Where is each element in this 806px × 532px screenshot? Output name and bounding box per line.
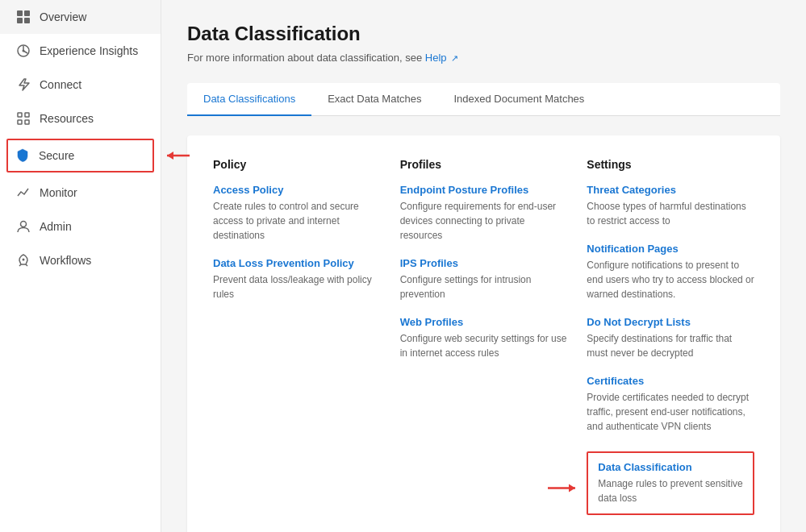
sidebar-item-admin[interactable]: Admin (0, 210, 161, 243)
data-classification-link[interactable]: Data Classification (598, 461, 743, 473)
svg-rect-8 (18, 113, 22, 117)
sidebar-item-label: Secure (39, 149, 74, 162)
web-profiles-link[interactable]: Web Profiles (400, 316, 568, 328)
endpoint-posture-desc: Configure requirements for end-user devi… (400, 199, 568, 243)
data-classification-desc: Manage rules to prevent sensitive data l… (598, 476, 743, 505)
svg-point-7 (23, 50, 25, 52)
notification-pages-desc: Configure notifications to present to en… (587, 258, 754, 301)
grid-icon (15, 9, 31, 25)
sidebar-item-experience-insights[interactable]: Experience Insights (0, 34, 161, 68)
svg-rect-9 (18, 120, 22, 124)
do-not-decrypt-desc: Specify destinations for traffic that mu… (587, 331, 754, 360)
endpoint-posture-item: Endpoint Posture Profiles Configure requ… (400, 184, 568, 243)
web-profiles-desc: Configure web security settings for use … (400, 331, 568, 360)
sidebar-item-connect[interactable]: Connect (0, 68, 161, 102)
sidebar-item-label: Experience Insights (40, 44, 138, 57)
sidebar-item-resources[interactable]: Resources (0, 102, 161, 135)
external-link-icon: ↗ (451, 53, 458, 64)
ips-profiles-link[interactable]: IPS Profiles (400, 257, 568, 269)
tab-exact-data-matches[interactable]: Exact Data Matches (311, 83, 437, 116)
svg-point-14 (21, 222, 27, 227)
access-policy-link[interactable]: Access Policy (213, 184, 381, 196)
do-not-decrypt-link[interactable]: Do Not Decrypt Lists (587, 316, 754, 328)
sidebar-item-label: Overview (40, 10, 86, 23)
tab-data-classifications[interactable]: Data Classifications (187, 83, 311, 116)
svg-rect-2 (17, 18, 23, 23)
help-link[interactable]: Help ↗ (425, 52, 458, 64)
threat-categories-link[interactable]: Threat Categories (587, 184, 754, 196)
certificates-desc: Provide certificates needed to decrypt t… (587, 390, 754, 434)
svg-marker-17 (569, 484, 575, 492)
settings-column: Settings Threat Categories Choose types … (587, 158, 754, 530)
svg-point-15 (23, 259, 25, 261)
sidebar: Overview Experience Insights Connect (0, 0, 161, 532)
svg-rect-3 (24, 18, 30, 23)
access-policy-desc: Create rules to control and secure acces… (213, 199, 381, 243)
main-content: Data Classification For more information… (161, 0, 806, 532)
policy-column-header: Policy (213, 158, 381, 171)
rocket-icon (15, 252, 31, 268)
shield-icon (15, 148, 31, 164)
do-not-decrypt-item: Do Not Decrypt Lists Specify destination… (587, 316, 754, 360)
data-classification-item[interactable]: Data Classification Manage rules to prev… (587, 451, 754, 515)
lightning-icon (15, 77, 31, 93)
sidebar-item-overview[interactable]: Overview (0, 0, 161, 34)
trending-icon (15, 185, 31, 201)
svg-rect-10 (25, 113, 29, 117)
profiles-column: Profiles Endpoint Posture Profiles Confi… (400, 158, 568, 530)
policy-column: Policy Access Policy Create rules to con… (213, 158, 381, 530)
access-policy-item: Access Policy Create rules to control an… (213, 184, 381, 243)
svg-rect-11 (25, 120, 29, 124)
sidebar-item-label: Workflows (40, 254, 91, 267)
svg-rect-0 (17, 10, 23, 16)
certificates-link[interactable]: Certificates (587, 375, 754, 387)
settings-column-header: Settings (587, 158, 754, 171)
web-profiles-item: Web Profiles Configure web security sett… (400, 316, 568, 360)
threat-categories-item: Threat Categories Choose types of harmfu… (587, 184, 754, 228)
dlp-policy-item: Data Loss Prevention Policy Prevent data… (213, 257, 381, 301)
dlp-policy-desc: Prevent data loss/leakage with policy ru… (213, 272, 381, 301)
grid-dots-icon (15, 110, 31, 127)
notification-pages-link[interactable]: Notification Pages (587, 243, 754, 255)
tab-indexed-document-matches[interactable]: Indexed Document Matches (437, 83, 600, 116)
threat-categories-desc: Choose types of harmful destinations to … (587, 199, 754, 228)
page-subtitle: For more information about data classifi… (187, 52, 780, 64)
sidebar-item-label: Resources (40, 112, 94, 125)
svg-rect-1 (24, 10, 30, 16)
tabs-container: Data Classifications Exact Data Matches … (187, 83, 780, 116)
data-classification-wrapper: Data Classification Manage rules to prev… (587, 448, 754, 530)
sidebar-item-workflows[interactable]: Workflows (0, 243, 161, 277)
chart-icon (15, 43, 31, 59)
notification-pages-item: Notification Pages Configure notificatio… (587, 243, 754, 301)
sidebar-item-secure[interactable]: Secure (6, 139, 154, 172)
endpoint-posture-link[interactable]: Endpoint Posture Profiles (400, 184, 568, 196)
content-card: Policy Access Policy Create rules to con… (187, 135, 780, 532)
page-title: Data Classification (187, 23, 780, 45)
sidebar-item-label: Connect (40, 78, 81, 91)
person-icon (15, 218, 31, 235)
sidebar-item-monitor[interactable]: Monitor (0, 176, 161, 210)
profiles-column-header: Profiles (400, 158, 568, 171)
ips-profiles-desc: Configure settings for intrusion prevent… (400, 272, 568, 301)
sidebar-item-label: Admin (40, 220, 72, 233)
ips-profiles-item: IPS Profiles Configure settings for intr… (400, 257, 568, 301)
sidebar-item-label: Monitor (40, 186, 77, 199)
certificates-item: Certificates Provide certificates needed… (587, 375, 754, 434)
dlp-policy-link[interactable]: Data Loss Prevention Policy (213, 257, 381, 269)
